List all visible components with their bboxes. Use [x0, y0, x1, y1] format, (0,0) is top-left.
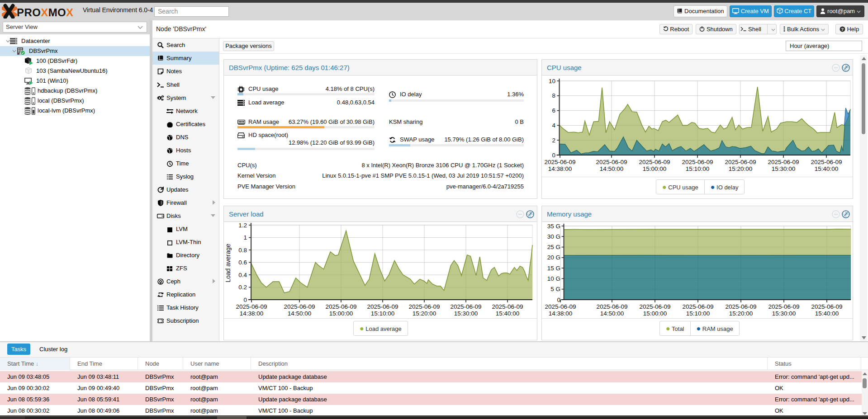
- svg-text:2025-06-09: 2025-06-09: [492, 303, 523, 310]
- svg-text:15:40:00: 15:40:00: [815, 310, 839, 317]
- svg-text:8: 8: [552, 92, 555, 99]
- svg-text:2025-06-09: 2025-06-09: [284, 303, 315, 310]
- svg-text:10 G: 10 G: [547, 275, 560, 282]
- svg-text:15:30:00: 15:30:00: [772, 310, 796, 317]
- svg-text:2025-06-09: 2025-06-09: [639, 159, 670, 165]
- svg-text:1.2: 1.2: [238, 222, 247, 229]
- svg-text:15:10:00: 15:10:00: [686, 165, 710, 172]
- svg-text:2025-06-09: 2025-06-09: [725, 303, 756, 310]
- svg-text:2025-06-09: 2025-06-09: [408, 303, 440, 310]
- svg-text:0.8: 0.8: [238, 247, 247, 254]
- svg-text:2025-06-09: 2025-06-09: [811, 303, 842, 310]
- svg-text:2025-06-09: 2025-06-09: [450, 303, 481, 310]
- svg-text:14:50:00: 14:50:00: [288, 310, 312, 317]
- svg-text:4: 4: [552, 122, 555, 129]
- svg-text:14:38:00: 14:38:00: [549, 310, 573, 317]
- svg-text:2025-06-09: 2025-06-09: [545, 303, 576, 310]
- svg-text:14:50:00: 14:50:00: [600, 165, 624, 172]
- svg-text:15:00:00: 15:00:00: [329, 310, 353, 317]
- svg-text:2025-06-09: 2025-06-09: [682, 159, 713, 165]
- svg-text:0: 0: [557, 297, 560, 303]
- svg-text:35 G: 35 G: [547, 223, 560, 230]
- svg-text:0: 0: [552, 152, 555, 159]
- svg-text:2025-06-09: 2025-06-09: [682, 303, 713, 310]
- svg-text:15:00:00: 15:00:00: [643, 165, 667, 172]
- svg-text:15:20:00: 15:20:00: [729, 310, 753, 317]
- svg-text:2025-06-09: 2025-06-09: [811, 159, 842, 165]
- svg-text:15:00:00: 15:00:00: [643, 310, 667, 317]
- svg-text:30 G: 30 G: [547, 233, 560, 240]
- svg-text:0.2: 0.2: [238, 284, 247, 291]
- svg-text:15:30:00: 15:30:00: [454, 310, 478, 317]
- svg-text:25 G: 25 G: [547, 244, 560, 250]
- svg-text:15 G: 15 G: [547, 265, 560, 272]
- svg-text:2: 2: [552, 137, 555, 144]
- svg-text:2025-06-09: 2025-06-09: [544, 159, 575, 165]
- svg-text:0: 0: [243, 297, 247, 303]
- svg-text:2025-06-09: 2025-06-09: [725, 159, 756, 165]
- svg-text:15:20:00: 15:20:00: [729, 165, 753, 172]
- svg-text:15:30:00: 15:30:00: [772, 165, 796, 172]
- svg-text:14:50:00: 14:50:00: [600, 310, 624, 317]
- svg-text:2025-06-09: 2025-06-09: [236, 303, 267, 310]
- svg-text:2025-06-09: 2025-06-09: [768, 159, 799, 165]
- svg-text:2025-06-09: 2025-06-09: [596, 159, 627, 165]
- svg-text:14:38:00: 14:38:00: [548, 165, 572, 172]
- svg-text:14:38:00: 14:38:00: [240, 310, 264, 317]
- svg-text:0.6: 0.6: [238, 259, 247, 266]
- svg-text:2025-06-09: 2025-06-09: [639, 303, 670, 310]
- svg-text:15:10:00: 15:10:00: [686, 310, 710, 317]
- svg-text:15:10:00: 15:10:00: [371, 310, 395, 317]
- svg-text:?: ?: [841, 27, 844, 32]
- svg-text:2025-06-09: 2025-06-09: [768, 303, 799, 310]
- svg-text:2025-06-09: 2025-06-09: [325, 303, 356, 310]
- svg-text:15:40:00: 15:40:00: [496, 310, 520, 317]
- svg-text:Load average: Load average: [224, 244, 232, 282]
- svg-text:6: 6: [552, 107, 555, 114]
- svg-text:15:40:00: 15:40:00: [815, 165, 839, 172]
- svg-text:5 G: 5 G: [550, 286, 560, 292]
- svg-text:2025-06-09: 2025-06-09: [596, 303, 627, 310]
- svg-text:PROXMOX: PROXMOX: [17, 6, 74, 19]
- svg-text:10: 10: [549, 78, 555, 85]
- svg-text:2025-06-09: 2025-06-09: [367, 303, 398, 310]
- svg-text:0.4: 0.4: [238, 272, 247, 278]
- svg-text:1: 1: [243, 234, 247, 241]
- svg-text:20 G: 20 G: [547, 254, 560, 261]
- svg-text:15:20:00: 15:20:00: [413, 310, 436, 317]
